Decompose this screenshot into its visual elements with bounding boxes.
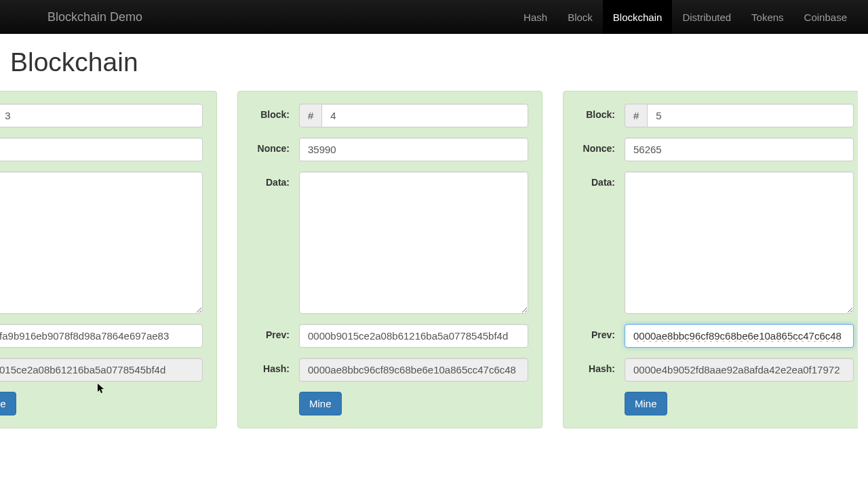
block-number-input[interactable]	[321, 104, 528, 127]
mine-button[interactable]: Mine	[625, 392, 667, 415]
page-body: Blockchain Block:#Nonce:Data:Prev:Hash:M…	[0, 34, 868, 449]
field-label-empty	[252, 392, 299, 397]
field-label: Data:	[252, 171, 299, 188]
block-card: Block:#Nonce:Data:Prev:Hash:Mine	[563, 91, 858, 428]
navbar-nav: HashBlockBlockchainDistributedTokensCoin…	[513, 0, 857, 34]
field-label: Prev:	[577, 324, 625, 340]
nav-item-block[interactable]: Block	[557, 0, 603, 34]
block-number-input[interactable]	[0, 104, 203, 127]
data-textarea[interactable]	[625, 171, 854, 314]
hash-output	[299, 358, 528, 382]
nav-item-hash[interactable]: Hash	[513, 0, 557, 34]
prev-hash-input[interactable]	[625, 324, 854, 348]
nav-item-distributed[interactable]: Distributed	[672, 0, 741, 34]
nav-item-blockchain[interactable]: Blockchain	[603, 0, 673, 34]
mine-button[interactable]: Mine	[299, 392, 342, 415]
data-textarea[interactable]	[299, 171, 528, 314]
navbar: Blockchain Demo HashBlockBlockchainDistr…	[0, 0, 868, 34]
nonce-input[interactable]	[625, 138, 854, 161]
navbar-brand[interactable]: Blockchain Demo	[47, 10, 142, 24]
data-textarea[interactable]	[0, 171, 203, 314]
field-label: Block:	[252, 104, 299, 120]
page-title: Blockchain	[10, 47, 858, 77]
field-label-empty	[577, 392, 625, 397]
block-number-input[interactable]	[647, 104, 854, 127]
field-label: Hash:	[252, 358, 299, 374]
hash-output	[0, 358, 203, 382]
field-label: Prev:	[252, 324, 299, 340]
nav-item-tokens[interactable]: Tokens	[741, 0, 794, 34]
mine-button[interactable]: Mine	[0, 392, 16, 415]
nonce-input[interactable]	[299, 138, 528, 161]
hash-output	[625, 358, 854, 382]
field-label: Data:	[577, 171, 625, 188]
block-card: Block:#Nonce:Data:Prev:Hash:Mine	[0, 91, 217, 428]
prev-hash-input[interactable]	[0, 324, 203, 348]
block-card: Block:#Nonce:Data:Prev:Hash:Mine	[237, 91, 542, 428]
blockchain-strip[interactable]: Block:#Nonce:Data:Prev:Hash:MineBlock:#N…	[0, 91, 858, 439]
field-label: Block:	[577, 104, 625, 120]
field-label: Nonce:	[577, 138, 625, 154]
field-label: Hash:	[577, 358, 625, 374]
field-label: Nonce:	[252, 138, 299, 154]
nav-item-coinbase[interactable]: Coinbase	[794, 0, 857, 34]
nonce-input[interactable]	[0, 138, 203, 161]
hash-symbol-addon: #	[299, 104, 321, 127]
prev-hash-input[interactable]	[299, 324, 528, 348]
hash-symbol-addon: #	[625, 104, 647, 127]
